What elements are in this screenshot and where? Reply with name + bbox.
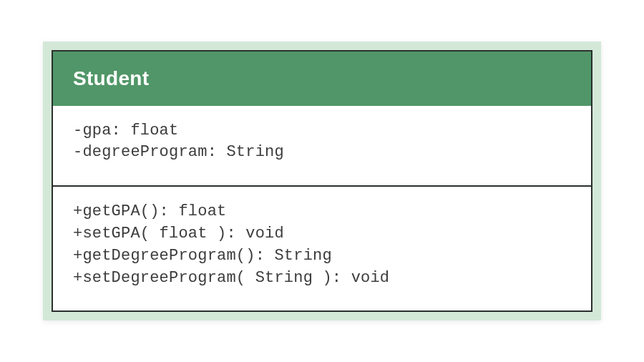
method-line: +getGPA(): float <box>73 201 571 223</box>
class-name-header: Student <box>53 52 591 106</box>
uml-class-diagram: Student -gpa: float-degreeProgram: Strin… <box>43 41 601 321</box>
methods-section: +getGPA(): float+setGPA( float ): void+g… <box>53 187 591 310</box>
method-line: +getDegreeProgram(): String <box>73 245 571 268</box>
method-line: +setGPA( float ): void <box>73 223 571 245</box>
attribute-line: -degreeProgram: String <box>73 142 571 164</box>
attribute-line: -gpa: float <box>73 120 571 142</box>
class-name: Student <box>73 67 149 89</box>
class-box: Student -gpa: float-degreeProgram: Strin… <box>52 50 592 313</box>
attributes-section: -gpa: float-degreeProgram: String <box>53 106 591 186</box>
method-line: +setDegreeProgram( String ): void <box>73 268 571 290</box>
